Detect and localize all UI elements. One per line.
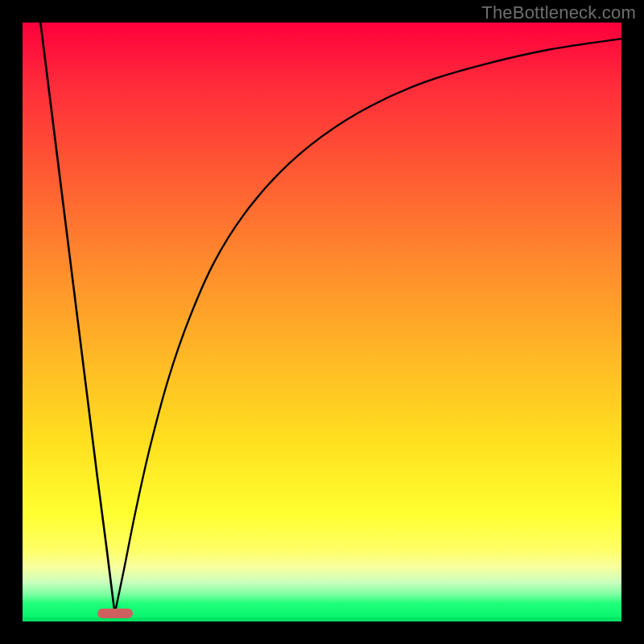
bottleneck-curve — [23, 23, 621, 621]
curve-left-branch — [40, 23, 114, 613]
plot-area — [23, 23, 621, 621]
watermark-text: TheBottleneck.com — [481, 2, 636, 23]
chart-frame: TheBottleneck.com — [0, 0, 644, 644]
optimum-marker — [97, 609, 133, 618]
curve-right-branch — [115, 39, 621, 613]
